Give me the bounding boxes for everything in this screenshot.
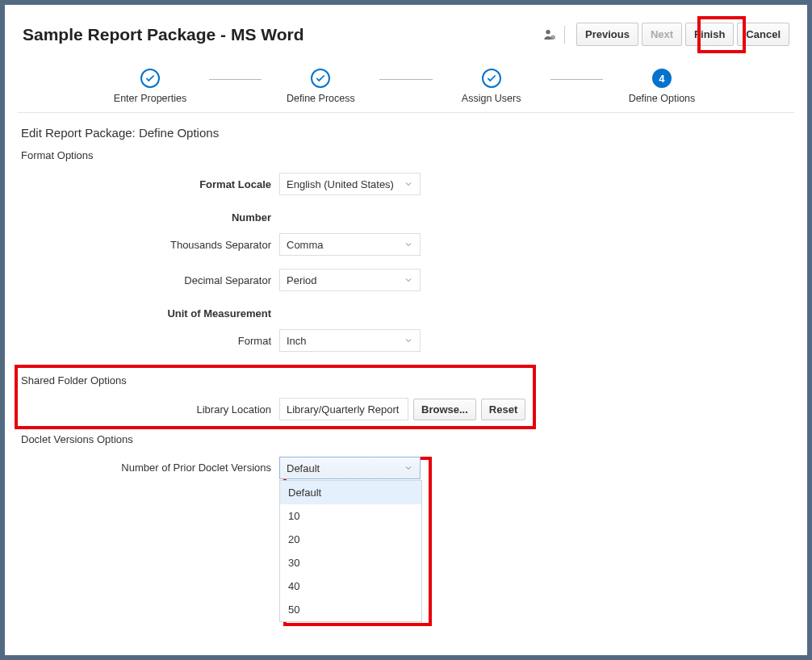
step-label: Define Options	[629, 93, 696, 104]
dropdown-option-10[interactable]: 10	[280, 504, 421, 528]
chevron-down-icon	[404, 240, 413, 249]
dropdown-option-30[interactable]: 30	[280, 551, 421, 574]
divider	[18, 112, 794, 113]
cancel-button[interactable]: Cancel	[737, 23, 789, 46]
dropdown-option-default[interactable]: Default	[280, 481, 421, 504]
svg-point-0	[546, 30, 550, 34]
format-locale-select[interactable]: English (United States)	[279, 173, 421, 195]
header-divider	[564, 26, 565, 44]
chevron-down-icon	[404, 463, 413, 473]
format-locale-label: Format Locale	[5, 178, 279, 190]
shared-folder-heading: Shared Folder Options	[5, 365, 807, 398]
step-define-process[interactable]: Define Process	[287, 69, 355, 104]
select-value: Comma	[287, 239, 324, 251]
step-assign-users[interactable]: Assign Users	[462, 69, 521, 104]
reset-button[interactable]: Reset	[481, 399, 525, 420]
prior-doclet-versions-label: Number of Prior Doclet Versions	[5, 457, 279, 474]
page-title: Sample Report Package - MS Word	[23, 25, 543, 44]
select-value: English (United States)	[287, 178, 394, 190]
previous-button[interactable]: Previous	[576, 23, 638, 46]
step-enter-properties[interactable]: Enter Properties	[114, 69, 186, 104]
step-label: Define Process	[287, 93, 355, 104]
chevron-down-icon	[404, 336, 413, 345]
dropdown-option-50[interactable]: 50	[280, 598, 421, 621]
browse-button[interactable]: Browse...	[413, 399, 476, 420]
doclet-versions-heading: Doclet Versions Options	[5, 428, 807, 457]
library-location-input[interactable]	[279, 398, 408, 420]
dropdown-option-40[interactable]: 40	[280, 574, 421, 598]
format-options-heading: Format Options	[5, 146, 807, 173]
format-select[interactable]: Inch	[279, 329, 421, 352]
format-label: Format	[5, 335, 279, 347]
prior-doclet-dropdown: Default 10 20 30 40 50	[279, 480, 422, 622]
step-label: Assign Users	[462, 93, 521, 104]
section-heading: Edit Report Package: Define Options	[5, 121, 807, 146]
number-heading: Number	[5, 211, 279, 223]
thousands-separator-select[interactable]: Comma	[279, 233, 421, 256]
dropdown-option-20[interactable]: 20	[280, 528, 421, 551]
select-value: Inch	[287, 335, 307, 347]
unit-of-measurement-heading: Unit of Measurement	[5, 307, 279, 320]
decimal-separator-select[interactable]: Period	[279, 269, 421, 291]
wizard-stepper: Enter Properties Define Process Assign U…	[5, 69, 807, 104]
prior-doclet-versions-select[interactable]: Default Default 10 20 30 40 50	[279, 457, 421, 479]
next-button: Next	[642, 23, 682, 46]
finish-button[interactable]: Finish	[685, 23, 734, 46]
step-define-options[interactable]: 4 Define Options	[629, 69, 696, 104]
step-label: Enter Properties	[114, 93, 186, 104]
thousands-separator-label: Thousands Separator	[5, 239, 279, 251]
decimal-separator-label: Decimal Separator	[5, 274, 279, 286]
user-status-icon: ?	[543, 28, 556, 41]
select-value: Default	[287, 462, 320, 474]
step-number: 4	[652, 69, 672, 88]
select-value: Period	[287, 274, 317, 286]
chevron-down-icon	[404, 179, 413, 189]
chevron-down-icon	[404, 275, 413, 285]
library-location-label: Library Location	[5, 403, 279, 416]
